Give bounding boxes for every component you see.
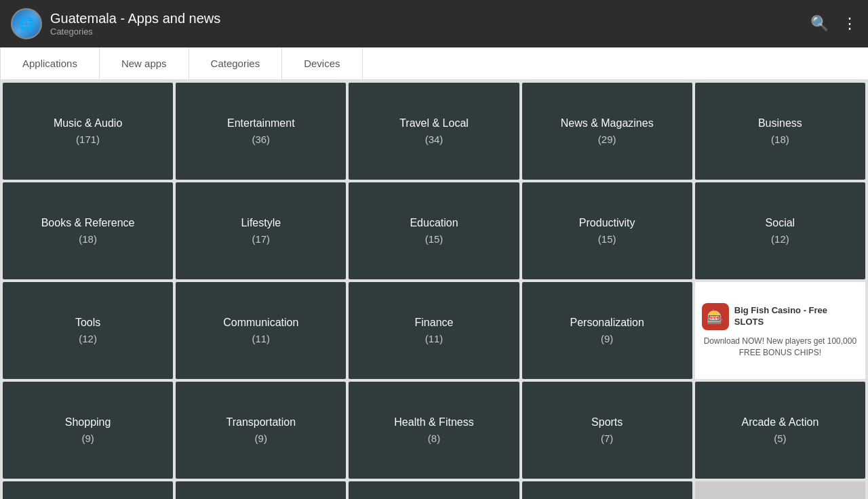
- category-partial-1[interactable]: [3, 481, 173, 499]
- tab-applications[interactable]: Applications: [0, 47, 100, 79]
- category-personalization[interactable]: Personalization (9): [522, 282, 692, 379]
- app-header: 🌐 Guatemala - Apps and news Categories 🔍…: [0, 0, 868, 47]
- category-books-reference[interactable]: Books & Reference (18): [3, 182, 173, 279]
- category-finance[interactable]: Finance (11): [349, 282, 519, 379]
- category-partial-2[interactable]: [176, 481, 346, 499]
- category-health-fitness[interactable]: Health & Fitness (8): [349, 382, 519, 479]
- category-education[interactable]: Education (15): [349, 182, 519, 279]
- tab-devices[interactable]: Devices: [282, 47, 362, 79]
- category-partial-5-ad: [695, 481, 865, 499]
- ad-logo-icon: 🎰: [702, 303, 729, 330]
- ad-description: Download NOW! New players get 100,000 FR…: [702, 336, 859, 359]
- category-travel-local[interactable]: Travel & Local (34): [349, 83, 519, 180]
- category-sports[interactable]: Sports (7): [522, 382, 692, 479]
- ad-header: 🎰 Big Fish Casino - Free SLOTS: [702, 303, 859, 330]
- categories-grid: Music & Audio (171) Entertainment (36) T…: [0, 80, 868, 499]
- category-productivity[interactable]: Productivity (15): [522, 182, 692, 279]
- app-logo: 🌐: [11, 8, 42, 39]
- category-music-audio[interactable]: Music & Audio (171): [3, 83, 173, 180]
- category-social[interactable]: Social (12): [695, 182, 865, 279]
- ad-app-name: Big Fish Casino - Free SLOTS: [734, 305, 859, 328]
- more-options-icon[interactable]: ⋮: [842, 15, 857, 33]
- category-partial-3[interactable]: [349, 481, 519, 499]
- search-icon[interactable]: 🔍: [810, 15, 829, 33]
- category-entertainment[interactable]: Entertainment (36): [176, 83, 346, 180]
- category-communication[interactable]: Communication (11): [176, 282, 346, 379]
- tab-new-apps[interactable]: New apps: [100, 47, 189, 79]
- category-tools[interactable]: Tools (12): [3, 282, 173, 379]
- nav-tabs: Applications New apps Categories Devices: [0, 47, 868, 80]
- category-transportation[interactable]: Transportation (9): [176, 382, 346, 479]
- app-subtitle: Categories: [50, 26, 220, 37]
- header-titles: Guatemala - Apps and news Categories: [50, 11, 220, 37]
- header-left: 🌐 Guatemala - Apps and news Categories: [11, 8, 220, 39]
- header-right: 🔍 ⋮: [810, 15, 857, 33]
- category-arcade-action[interactable]: Arcade & Action (5): [695, 382, 865, 479]
- category-shopping[interactable]: Shopping (9): [3, 382, 173, 479]
- category-partial-4[interactable]: [522, 481, 692, 499]
- category-news-magazines[interactable]: News & Magazines (29): [522, 83, 692, 180]
- logo-icon: 🌐: [18, 16, 35, 32]
- tab-categories[interactable]: Categories: [189, 47, 283, 79]
- category-business[interactable]: Business (18): [695, 83, 865, 180]
- category-lifestyle[interactable]: Lifestyle (17): [176, 182, 346, 279]
- app-title: Guatemala - Apps and news: [50, 11, 220, 26]
- advertisement-big-fish[interactable]: 🎰 Big Fish Casino - Free SLOTS Download …: [695, 282, 865, 379]
